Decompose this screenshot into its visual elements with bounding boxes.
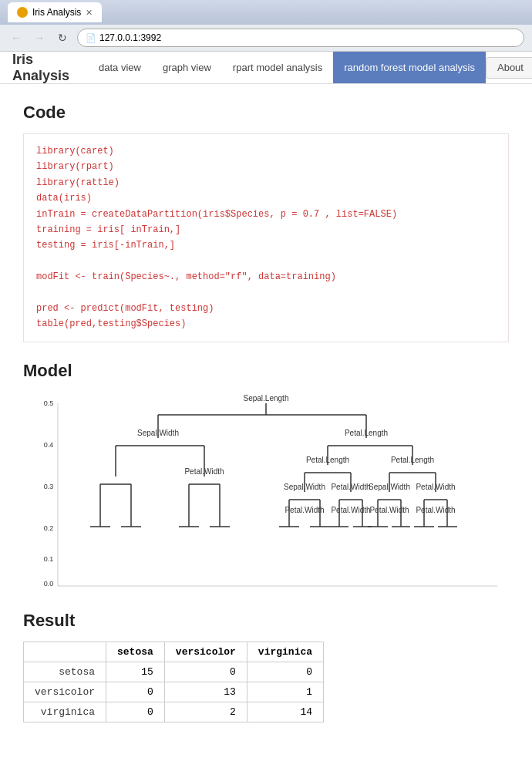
forward-button[interactable]: → [31, 29, 48, 46]
svg-text:Petal.Width: Petal.Width [416, 483, 455, 491]
svg-text:Petal.Width: Petal.Width [285, 506, 324, 514]
tree-diagram: 0.5 0.4 0.3 0.2 0.1 0.0 Sepal.Length Sep… [23, 392, 509, 592]
about-button[interactable]: About [486, 57, 532, 79]
model-heading: Model [23, 361, 509, 381]
svg-text:Petal.Length: Petal.Length [306, 456, 349, 464]
svg-text:Sepal.Width: Sepal.Width [369, 483, 410, 491]
svg-text:0.5: 0.5 [44, 399, 54, 407]
page-icon: 📄 [86, 33, 96, 43]
row-label-setosa: setosa [24, 662, 106, 682]
browser-titlebar: Iris Analysis ✕ [0, 0, 532, 25]
code-heading: Code [23, 103, 509, 123]
table-header-empty [24, 642, 106, 662]
svg-text:0.0: 0.0 [44, 580, 54, 588]
svg-text:Sepal.Width: Sepal.Width [137, 429, 179, 437]
tab-graph-view[interactable]: graph view [152, 52, 222, 83]
svg-text:0.1: 0.1 [44, 555, 54, 563]
svg-text:Petal.Width: Petal.Width [331, 483, 370, 491]
cell-virginica-virginica: 14 [247, 702, 323, 722]
result-section: Result setosa versicolor virginica setos… [23, 611, 509, 722]
tab-rpart[interactable]: rpart model analysis [222, 52, 333, 83]
table-header-versicolor: versicolor [164, 642, 247, 662]
table-row: versicolor 0 13 1 [24, 682, 324, 702]
svg-text:Petal.Width: Petal.Width [416, 506, 455, 514]
app-title: Iris Analysis [12, 52, 69, 84]
table-header-virginica: virginica [247, 642, 323, 662]
svg-text:Petal.Length: Petal.Length [345, 429, 388, 437]
address-bar[interactable]: 📄 127.0.0.1:3992 [77, 29, 524, 47]
svg-text:0.4: 0.4 [44, 441, 54, 449]
cell-versicolor-setosa: 0 [106, 682, 165, 702]
row-label-virginica: virginica [24, 702, 106, 722]
app-nav: Iris Analysis data view graph view rpart… [0, 52, 532, 84]
table-row: virginica 0 2 14 [24, 702, 324, 722]
tab-title: Iris Analysis [32, 7, 81, 18]
tree-svg: 0.5 0.4 0.3 0.2 0.1 0.0 Sepal.Length Sep… [23, 392, 509, 592]
svg-text:Sepal.Length: Sepal.Length [244, 394, 289, 402]
result-heading: Result [23, 611, 509, 631]
row-label-versicolor: versicolor [24, 682, 106, 702]
back-button[interactable]: ← [8, 29, 25, 46]
model-section: Model 0.5 0.4 0.3 0.2 0.1 0.0 Sepal.Leng… [23, 361, 509, 592]
tab-data-view[interactable]: data view [88, 52, 152, 83]
table-row: setosa 15 0 0 [24, 662, 324, 682]
browser-toolbar: ← → ↻ 📄 127.0.0.1:3992 [0, 25, 532, 52]
main-content: Code library(caret) library(rpart) libra… [0, 84, 532, 741]
refresh-button[interactable]: ↻ [54, 29, 71, 46]
cell-virginica-versicolor: 2 [164, 702, 247, 722]
cell-versicolor-versicolor: 13 [164, 682, 247, 702]
cell-setosa-virginica: 0 [247, 662, 323, 682]
svg-text:Sepal.Width: Sepal.Width [284, 483, 325, 491]
tab-close-icon[interactable]: ✕ [86, 8, 93, 18]
tab-icon [17, 7, 28, 18]
table-header-setosa: setosa [106, 642, 165, 662]
svg-text:Petal.Length: Petal.Length [391, 456, 434, 464]
cell-setosa-versicolor: 0 [164, 662, 247, 682]
browser-tab: Iris Analysis ✕ [8, 2, 102, 22]
cell-setosa-setosa: 15 [106, 662, 165, 682]
cell-versicolor-virginica: 1 [247, 682, 323, 702]
cell-virginica-setosa: 0 [106, 702, 165, 722]
code-block: library(caret) library(rpart) library(ra… [23, 133, 509, 342]
svg-text:Petal.Width: Petal.Width [184, 467, 224, 476]
tab-random-forest[interactable]: random forest model analysis [333, 52, 486, 83]
svg-text:Petal.Width: Petal.Width [369, 506, 409, 514]
result-table: setosa versicolor virginica setosa 15 0 … [23, 642, 324, 722]
svg-text:0.2: 0.2 [44, 524, 54, 532]
svg-text:Petal.Width: Petal.Width [331, 506, 370, 514]
address-text: 127.0.0.1:3992 [99, 32, 161, 43]
svg-text:0.3: 0.3 [44, 483, 54, 490]
nav-tabs: data view graph view rpart model analysi… [88, 52, 486, 83]
